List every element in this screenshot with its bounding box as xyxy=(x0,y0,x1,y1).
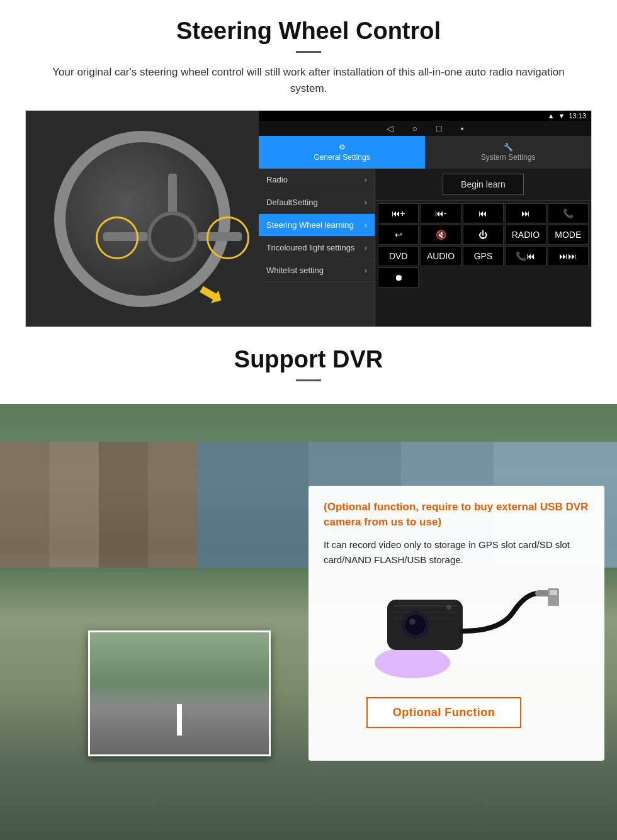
menu-item-steering-wheel[interactable]: Steering Wheel learning › xyxy=(259,214,375,237)
ctrl-vol-up[interactable]: ⏮+ xyxy=(378,203,419,223)
steering-wheel-art xyxy=(35,118,249,320)
steering-section: Steering Wheel Control Your original car… xyxy=(0,0,617,327)
ctrl-audio[interactable]: AUDIO xyxy=(420,246,461,266)
dvr-info-card: (Optional function, require to buy exter… xyxy=(308,486,604,761)
wifi-icon: ▼ xyxy=(558,112,565,120)
home-icon[interactable]: ○ xyxy=(412,123,417,133)
android-status-bar: ▲ ▼ 13:13 xyxy=(259,111,591,121)
menu-item-default-setting[interactable]: DefaultSetting › xyxy=(259,191,375,214)
steering-panel: ▲ ▼ 13:13 ◁ ○ □ ▪ ⚙ General Settings 🔧 S… xyxy=(25,110,592,327)
steering-wheel-image xyxy=(26,111,259,327)
ctrl-prev[interactable]: ⏮ xyxy=(463,203,504,223)
begin-learn-button[interactable]: Begin learn xyxy=(443,174,524,195)
control-buttons-grid: ⏮+ ⏮- ⏮ ⏭ 📞 ↩ 🔇 ⏻ RADIO MODE DVD AUDIO G… xyxy=(375,201,591,290)
optional-function-row: Optional Function xyxy=(311,697,577,728)
menu-item-whitelist[interactable]: Whitelist setting › xyxy=(259,259,375,282)
dvr-camera-illustration xyxy=(311,546,577,685)
dvr-title: Support DVR xyxy=(25,346,592,373)
steering-hub xyxy=(147,211,198,262)
ctrl-ff[interactable]: ⏭⏭ xyxy=(548,246,589,266)
ctrl-phone[interactable]: 📞 xyxy=(548,203,589,223)
dvr-header: Support DVR xyxy=(0,327,617,404)
android-nav-bar: ◁ ○ □ ▪ xyxy=(259,121,591,136)
steering-title: Steering Wheel Control xyxy=(25,18,592,45)
ctrl-dvd[interactable]: DVD xyxy=(378,246,419,266)
tab-general-label: General Settings xyxy=(314,153,370,162)
dvr-title-divider xyxy=(296,379,321,381)
ctrl-mute[interactable]: 🔇 xyxy=(420,225,461,245)
dvr-section: Support DVR (Optional function, require … xyxy=(0,327,617,840)
menu-label-default: DefaultSetting xyxy=(266,198,318,207)
menu-icon[interactable]: ▪ xyxy=(460,123,463,133)
ctrl-extra[interactable]: ⏺ xyxy=(378,267,419,288)
arrow-icon-tricoloured: › xyxy=(365,243,367,252)
steering-description: Your original car's steering wheel contr… xyxy=(38,64,579,96)
highlight-circle-right xyxy=(207,216,249,259)
menu-item-radio[interactable]: Radio › xyxy=(259,169,375,191)
signal-icon: ▲ xyxy=(548,112,555,120)
ctrl-mode[interactable]: MODE xyxy=(548,225,589,245)
arrow-icon-default: › xyxy=(365,198,367,207)
ctrl-gps[interactable]: GPS xyxy=(463,246,504,266)
system-icon: 🔧 xyxy=(504,143,513,152)
ctrl-phone-prev[interactable]: 📞⏮ xyxy=(505,246,546,266)
android-tabs: ⚙ General Settings 🔧 System Settings xyxy=(259,136,591,169)
arrow-icon-whitelist: › xyxy=(365,266,367,275)
title-divider xyxy=(296,51,321,53)
optional-function-button[interactable]: Optional Function xyxy=(366,697,521,728)
camera-svg xyxy=(324,549,563,681)
menu-label-steering: Steering Wheel learning xyxy=(266,220,354,230)
gear-icon: ⚙ xyxy=(339,143,346,152)
arrow-icon-radio: › xyxy=(365,175,367,184)
ctrl-power[interactable]: ⏻ xyxy=(463,225,504,245)
tab-system-label: System Settings xyxy=(481,153,536,162)
svg-point-7 xyxy=(409,619,416,625)
android-right-panel: Begin learn ⏮+ ⏮- ⏮ ⏭ 📞 ↩ 🔇 ⏻ RADIO MODE… xyxy=(375,169,591,327)
back-icon[interactable]: ◁ xyxy=(387,123,393,133)
svg-point-0 xyxy=(375,647,450,678)
android-content: Radio › DefaultSetting › Steering Wheel … xyxy=(259,169,591,327)
ctrl-vol-down[interactable]: ⏮- xyxy=(420,203,461,223)
tab-general-settings[interactable]: ⚙ General Settings xyxy=(259,136,425,169)
tab-system-settings[interactable]: 🔧 System Settings xyxy=(425,136,591,169)
highlight-circle-left xyxy=(96,216,139,259)
arrow-icon-steering: › xyxy=(365,220,367,230)
android-menu: Radio › DefaultSetting › Steering Wheel … xyxy=(259,169,375,327)
status-time: 13:13 xyxy=(569,112,586,120)
dvr-optional-text: (Optional function, require to buy exter… xyxy=(324,500,589,530)
svg-point-8 xyxy=(446,605,451,610)
ctrl-back[interactable]: ↩ xyxy=(378,225,419,245)
ctrl-radio[interactable]: RADIO xyxy=(505,225,546,245)
begin-learn-row: Begin learn xyxy=(375,169,591,201)
svg-point-6 xyxy=(405,615,426,635)
menu-label-radio: Radio xyxy=(266,175,288,184)
dvr-camera-view xyxy=(88,630,271,756)
recents-icon[interactable]: □ xyxy=(436,123,441,133)
dvr-road-line xyxy=(177,704,182,736)
menu-item-tricoloured[interactable]: Tricoloured light settings › xyxy=(259,237,375,259)
dvr-road-view xyxy=(90,632,269,754)
svg-rect-10 xyxy=(550,590,557,595)
ctrl-next[interactable]: ⏭ xyxy=(505,203,546,223)
menu-label-whitelist: Whitelist setting xyxy=(266,266,324,275)
dvr-background: (Optional function, require to buy exter… xyxy=(0,404,617,840)
menu-label-tricoloured: Tricoloured light settings xyxy=(266,243,354,252)
android-ui-panel: ▲ ▼ 13:13 ◁ ○ □ ▪ ⚙ General Settings 🔧 S… xyxy=(259,111,591,327)
arrow-indicator xyxy=(186,276,237,313)
